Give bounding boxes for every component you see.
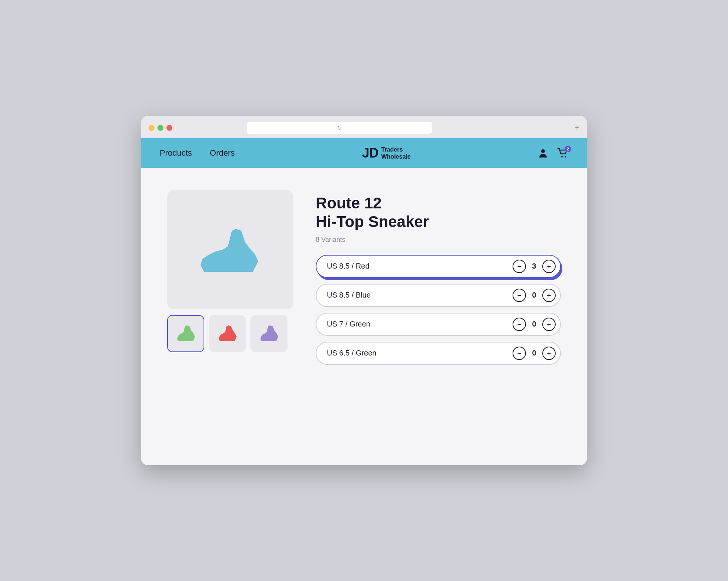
qty-control-3: − 0 +: [513, 318, 556, 331]
main-content: Route 12 Hi-Top Sneaker 8 Variants US 8.…: [141, 168, 587, 465]
thumb-red-shoe-icon: [216, 322, 238, 345]
variant-row-2: US 8.5 / Blue − 0 +: [316, 284, 561, 307]
variant-row-4: US 6.5 / Green − 0 +: [316, 342, 561, 365]
qty-decrease-4[interactable]: −: [513, 347, 526, 360]
qty-increase-2[interactable]: +: [542, 289, 556, 302]
nav-left: Products Orders: [160, 148, 235, 158]
nav-orders-link[interactable]: Orders: [210, 148, 235, 158]
traffic-lights: [149, 125, 172, 131]
variant-row-1: US 8.5 / Red − 3 +: [316, 255, 561, 278]
variant-name-1: US 8.5 / Red: [327, 262, 513, 270]
nav-products-link[interactable]: Products: [160, 148, 192, 158]
variant-row-3: US 7 / Green − 0 +: [316, 313, 561, 336]
thumb-purple-shoe-icon: [258, 322, 280, 345]
person-icon: [538, 148, 548, 158]
reload-icon[interactable]: ↻: [337, 124, 342, 132]
variant-name-3: US 7 / Green: [327, 320, 513, 328]
variant-name-2: US 8.5 / Blue: [327, 291, 513, 299]
address-bar[interactable]: ↻: [247, 122, 432, 134]
qty-control-2: − 0 +: [513, 289, 556, 302]
account-button[interactable]: [538, 148, 548, 158]
qty-control-4: − 0 +: [513, 347, 556, 360]
qty-value-3: 0: [526, 320, 542, 328]
qty-value-1: 3: [526, 262, 542, 270]
thumbnail-row: [167, 315, 293, 352]
browser-chrome: ↻ +: [141, 116, 587, 138]
navbar: Products Orders JD Traders Wholesale: [141, 138, 587, 168]
qty-increase-4[interactable]: +: [542, 347, 556, 360]
qty-decrease-2[interactable]: −: [513, 289, 526, 302]
thumb-green-shoe-icon: [175, 322, 197, 345]
minimize-button[interactable]: [149, 125, 155, 131]
product-images: [167, 190, 293, 352]
product-layout: Route 12 Hi-Top Sneaker 8 Variants US 8.…: [167, 190, 561, 365]
new-tab-button[interactable]: +: [575, 124, 579, 132]
svg-point-1: [561, 156, 563, 158]
product-title-line2: Hi-Top Sneaker: [316, 213, 429, 230]
logo-line1: Traders: [381, 146, 410, 153]
logo-line2: Wholesale: [381, 153, 410, 160]
thumb-purple[interactable]: [250, 315, 287, 352]
thumb-red[interactable]: [209, 315, 246, 352]
variants-label: 8 Variants: [316, 236, 561, 244]
main-image-box: [167, 190, 293, 309]
cart-badge: 2: [565, 146, 571, 152]
qty-value-2: 0: [526, 291, 542, 299]
qty-decrease-3[interactable]: −: [513, 318, 526, 331]
qty-increase-3[interactable]: +: [542, 318, 556, 331]
cart-button[interactable]: 2: [557, 148, 568, 158]
logo-text: Traders Wholesale: [381, 146, 410, 160]
product-title: Route 12 Hi-Top Sneaker: [316, 194, 561, 231]
logo-jd: JD: [362, 145, 378, 161]
variant-name-4: US 6.5 / Green: [327, 349, 513, 357]
close-button[interactable]: [166, 125, 172, 131]
product-title-line1: Route 12: [316, 194, 381, 212]
nav-right: 2: [538, 148, 568, 158]
qty-increase-1[interactable]: +: [542, 260, 556, 273]
qty-decrease-1[interactable]: −: [513, 260, 526, 273]
qty-value-4: 0: [526, 349, 542, 357]
svg-point-0: [541, 149, 545, 153]
svg-point-2: [565, 156, 566, 158]
thumb-green[interactable]: [167, 315, 204, 352]
qty-control-1: − 3 +: [513, 260, 556, 273]
nav-logo: JD Traders Wholesale: [235, 145, 538, 161]
main-shoe-image: [193, 216, 267, 283]
product-details: Route 12 Hi-Top Sneaker 8 Variants US 8.…: [316, 190, 561, 365]
variant-list: US 8.5 / Red − 3 + US 8.5 / Blue − 0: [316, 255, 561, 365]
browser-window: ↻ + Products Orders JD Traders Wholesale: [141, 116, 587, 465]
maximize-button[interactable]: [157, 125, 163, 131]
